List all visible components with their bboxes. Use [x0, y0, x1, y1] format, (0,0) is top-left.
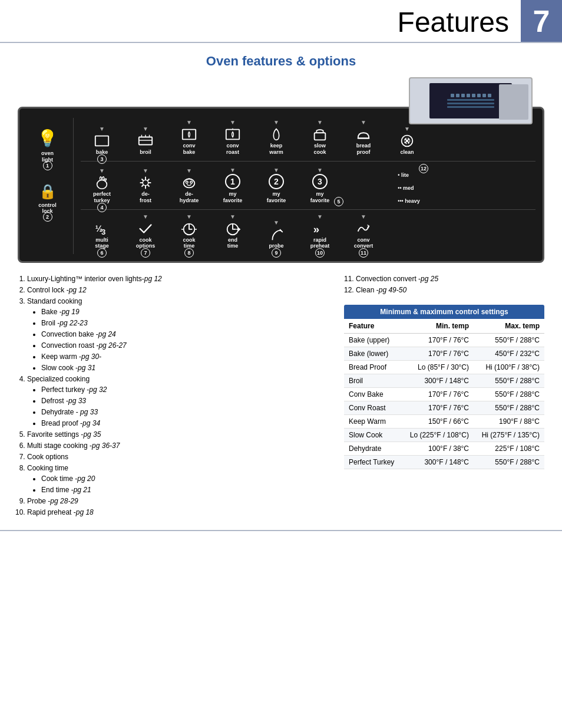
note-3-keep-warm: Keep warm -pg 30-	[41, 351, 326, 362]
badge-3: 3	[97, 154, 107, 164]
heavy-label: ••• heavy	[398, 198, 419, 204]
table-cell-6-0: Keep Warm	[344, 414, 402, 428]
table-cell-0-2: 550°F / 288°C	[474, 333, 544, 347]
display-line	[447, 103, 494, 104]
display-dot	[477, 94, 481, 97]
dehydrate-label: de-hydrate	[180, 191, 199, 204]
arrow-down-icon: ▼	[186, 167, 192, 174]
conv-bake-label: convbake	[183, 143, 195, 156]
svg-point-13	[97, 180, 107, 189]
note-3-broil: Broil -pg 22-23	[41, 318, 326, 328]
arrow-down-icon: ▼	[317, 167, 323, 173]
my-favorite-2-circle: 2	[269, 174, 284, 189]
my-favorite-2-key[interactable]: ▼ 2 myfavorite	[255, 166, 297, 207]
table-header-feature: Feature	[344, 319, 402, 334]
notes-right: 11. Convection convert -pg 25 12. Clean …	[344, 274, 544, 296]
cook-time-key[interactable]: ▼ cooktime 8	[168, 212, 210, 253]
page-header: Features 7	[0, 0, 562, 43]
badge-12: 12	[419, 164, 428, 173]
arrow-down-icon: ▼	[143, 167, 148, 174]
arrow-down-icon: ▼	[230, 167, 236, 173]
note-2: Control lock -pg 12	[27, 285, 326, 295]
display-dot	[451, 94, 454, 97]
oven-light-key[interactable]: 💡 ovenlight 1	[27, 118, 68, 168]
broil-key[interactable]: ▼ broil	[124, 124, 167, 159]
end-time-label: endtime	[227, 237, 239, 250]
note-11: 11. Convection convert -pg 25	[344, 274, 544, 285]
cook-time-label: cooktime	[183, 237, 195, 250]
probe-key[interactable]: ▼ probe 9	[255, 218, 297, 253]
bake-key[interactable]: ▼ bake 3	[81, 124, 123, 159]
my-favorite-1-key[interactable]: ▼ 1 myfavorite	[211, 166, 254, 207]
oven-display-gray	[499, 84, 528, 120]
arrow-down-icon: ▼	[361, 213, 366, 220]
control-panel: 💡 ovenlight 1 🔒 controllock 2 ▼	[18, 107, 544, 263]
badge-1: 1	[43, 161, 52, 170]
badge-9: 9	[272, 248, 281, 258]
conv-convert-label: convconvert	[354, 237, 373, 250]
note-4-perfect-turkey: Perfect turkey -pg 32	[41, 384, 326, 395]
page-number: 7	[521, 0, 562, 42]
display-dot	[456, 94, 459, 97]
arrow-down-icon: ▼	[99, 126, 105, 132]
arrow-down-icon: ▼	[404, 126, 410, 132]
table-cell-9-1: 300°F / 148°C	[402, 455, 474, 469]
display-line	[447, 99, 494, 101]
defrost-key[interactable]: ▼ de-frost	[124, 166, 167, 207]
end-time-key[interactable]: ▼ endtime	[211, 212, 254, 253]
arrow-down-icon: ▼	[143, 126, 148, 132]
display-dot	[482, 94, 486, 97]
bottom-border	[0, 530, 562, 531]
display-dot	[461, 94, 465, 97]
table-cell-6-2: 190°F / 88°C	[474, 414, 544, 428]
control-lock-key[interactable]: 🔒 controllock 2	[27, 175, 68, 220]
conv-convert-key[interactable]: ▼ convconvert 11	[342, 212, 385, 253]
badge-7: 7	[141, 248, 150, 258]
arrow-down-icon: ▼	[230, 213, 236, 220]
table-row: Dehydrate100°F / 38°C225°F / 108°C	[344, 442, 544, 455]
table-row: Bake (upper)170°F / 76°C550°F / 288°C	[344, 333, 544, 347]
svg-point-18	[143, 180, 148, 185]
main-content: 💡 ovenlight 1 🔒 controllock 2 ▼	[0, 77, 562, 518]
note-10: Rapid preheat -pg 18	[27, 507, 326, 518]
table-cell-4-1: 170°F / 76°C	[402, 387, 474, 401]
slow-cook-label: slowcook	[313, 143, 326, 156]
oven-display	[409, 77, 533, 124]
display-line	[447, 106, 494, 108]
cook-time-icon	[180, 220, 198, 237]
table-cell-8-1: 100°F / 38°C	[402, 442, 474, 455]
note-4-dehydrate: Dehydrate - pg 33	[41, 407, 326, 417]
my-favorite-3-label: myfavorite	[310, 191, 330, 204]
rapid-preheat-label: rapidpreheat	[310, 237, 330, 250]
multi-stage-label: multistage	[95, 237, 109, 250]
svg-point-19	[184, 179, 195, 187]
badge-2: 2	[43, 212, 52, 222]
note-3-bake: Bake -pg 19	[41, 307, 326, 317]
table-cell-5-1: 170°F / 76°C	[402, 401, 474, 414]
my-favorite-1-circle: 1	[225, 174, 240, 189]
defrost-icon	[137, 174, 154, 191]
note-8: Cooking time Cook time -pg 20 End time -…	[27, 463, 326, 495]
table-cell-3-1: 300°F / 148°C	[402, 374, 474, 387]
clean-key[interactable]: ▼ clean	[386, 124, 428, 159]
med-label: •• med	[398, 185, 414, 191]
table-body: Bake (upper)170°F / 76°C550°F / 288°CBak…	[344, 333, 544, 469]
table-cell-2-0: Bread Proof	[344, 360, 402, 374]
table-header-min: Min. temp	[402, 319, 474, 334]
conv-roast-icon	[224, 126, 242, 143]
table-cell-9-0: Perfect Turkey	[344, 455, 402, 469]
rapid-preheat-key[interactable]: ▼ » rapidpreheat 10	[299, 212, 341, 253]
perfect-turkey-key[interactable]: ▼ perfectturkey 4	[81, 166, 123, 207]
table-cell-7-0: Slow Cook	[344, 428, 402, 442]
table-row: Conv Roast170°F / 76°C550°F / 288°C	[344, 401, 544, 414]
dehydrate-key[interactable]: ▼ de-hydrate	[168, 166, 210, 207]
multi-stage-key[interactable]: ½ 3 multistage 6	[81, 212, 123, 253]
oven-display-container	[18, 77, 533, 124]
broil-label: broil	[140, 149, 151, 156]
table-cell-9-2: 550°F / 288°C	[474, 455, 544, 469]
cook-options-key[interactable]: ▼ cookoptions 7	[124, 212, 167, 253]
table-cell-1-0: Bake (lower)	[344, 347, 402, 360]
my-favorite-3-key[interactable]: ▼ 3 myfavorite 5	[299, 166, 341, 207]
arrow-down-icon: ▼	[317, 213, 323, 220]
table-cell-8-0: Dehydrate	[344, 442, 402, 455]
